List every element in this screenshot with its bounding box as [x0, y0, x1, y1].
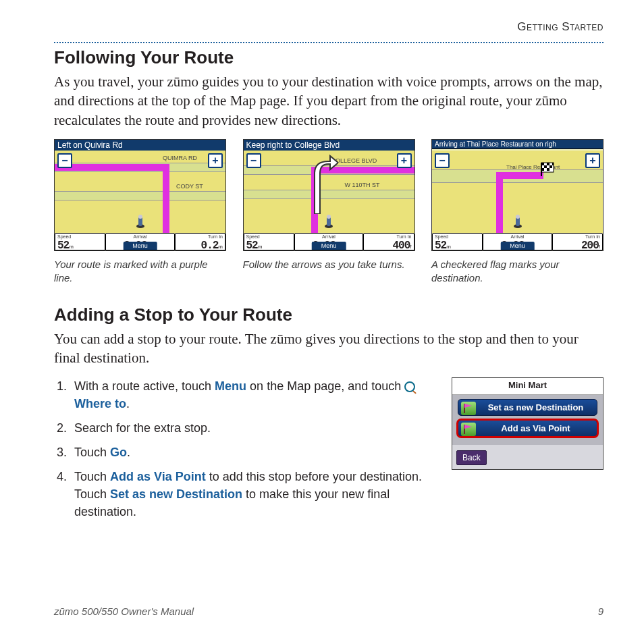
button-label: Set as new Destination [488, 402, 584, 412]
screenshot-col-2: Keep right to College Blvd COLLEGE BLVD … [243, 139, 415, 284]
step-4: Touch Add as Via Point to add this stop … [70, 468, 438, 520]
road-label: QUIMRA RD [163, 155, 197, 161]
svg-rect-8 [547, 163, 549, 165]
turn-readout[interactable]: Turn In 400f [363, 233, 414, 250]
manual-title: zūmo 500/550 Owner's Manual [54, 606, 194, 617]
step-text: on the Map page, and touch [246, 379, 404, 393]
step-3: Touch Go. [70, 444, 438, 461]
zoom-in-button[interactable]: + [208, 153, 223, 168]
caption-2: Follow the arrows as you take turns. [243, 258, 415, 271]
arrival-label: Arrival [485, 234, 549, 239]
section-header: Getting Started [54, 20, 603, 34]
vehicle-icon [134, 214, 146, 230]
turn-label: Turn In [555, 234, 600, 239]
checkered-flag-icon [540, 161, 555, 176]
step-text: . [127, 446, 130, 459]
flag-green-icon [461, 423, 476, 436]
body-paragraph-1: As you travel, your zūmo guides you to y… [54, 72, 603, 130]
turn-label: Turn In [178, 234, 223, 239]
zoom-in-button[interactable]: + [585, 153, 600, 168]
screenshot-col-1: Left on Quivira Rd QUIMRA RD CODY ST − +… [54, 139, 226, 284]
keyword-go: Go [110, 446, 127, 459]
svg-rect-9 [552, 163, 554, 165]
map-screenshot-3: Arriving at Thai Place Restaurant on rig… [431, 139, 603, 251]
keyword-via-point: Add as Via Point [110, 470, 206, 483]
speed-unit: m [446, 244, 451, 250]
button-label: Add as Via Point [501, 423, 570, 433]
menu-button[interactable]: Menu [123, 242, 157, 250]
svg-point-17 [516, 215, 520, 219]
turn-readout[interactable]: Turn In 200f [552, 233, 603, 250]
step-text: . [126, 397, 130, 410]
caption-3: A checkered flag marks your destination. [431, 258, 603, 284]
back-button[interactable]: Back [456, 450, 487, 465]
heading-adding-stop: Adding a Stop to Your Route [54, 304, 603, 325]
map-screenshot-2: Keep right to College Blvd COLLEGE BLVD … [243, 139, 415, 251]
vehicle-icon [512, 214, 524, 230]
speed-readout[interactable]: Speed 52m [55, 233, 105, 250]
turn-value: 400 [392, 240, 410, 251]
speed-readout[interactable]: Speed 52m [432, 233, 483, 250]
turn-value: 200 [581, 240, 599, 251]
add-via-point-button[interactable]: Add as Via Point [458, 420, 597, 437]
step-1: With a route active, touch Menu on the M… [70, 377, 438, 412]
step-2: Search for the extra stop. [70, 419, 438, 437]
popup-screenshot: Mini Mart Set as new Destination Add as … [452, 377, 603, 470]
map-screenshot-1: Left on Quivira Rd QUIMRA RD CODY ST − +… [54, 139, 226, 251]
turn-unit: m [218, 244, 223, 250]
step-text: Touch [74, 470, 110, 483]
svg-point-2 [138, 215, 142, 219]
road-label: COLLEGE BLVD [331, 157, 377, 164]
arrival-readout[interactable]: Arrival 2:03P M Menu [294, 233, 363, 250]
speed-value: 52 [246, 240, 258, 251]
speed-label: Speed [57, 234, 103, 239]
direction-banner: Keep right to College Blvd [244, 140, 414, 151]
set-destination-button[interactable]: Set as new Destination [458, 399, 597, 416]
steps-list: With a route active, touch Menu on the M… [70, 377, 438, 521]
step-text: With a route active, touch [74, 379, 215, 393]
flag-green-icon [461, 402, 476, 415]
arrival-label: Arrival [297, 234, 360, 239]
page-number: 9 [598, 606, 603, 617]
zoom-out-button[interactable]: − [435, 153, 450, 168]
turn-unit: f [599, 244, 600, 250]
keyword-where-to: Where to [74, 397, 126, 410]
turn-readout[interactable]: Turn In 0.2m [175, 233, 225, 250]
menu-button[interactable]: Menu [312, 242, 346, 250]
popup-title: Mini Mart [452, 378, 603, 395]
divider [54, 42, 603, 43]
speed-unit: m [69, 244, 74, 250]
direction-banner: Left on Quivira Rd [55, 140, 225, 151]
direction-banner: Arriving at Thai Place Restaurant on rig… [432, 140, 603, 149]
road-label: CODY ST [176, 183, 203, 190]
keyword-menu: Menu [215, 379, 246, 393]
speed-readout[interactable]: Speed 52m [244, 233, 294, 250]
body-paragraph-2: You can add a stop to your route. The zū… [54, 329, 603, 368]
svg-rect-10 [544, 165, 547, 168]
menu-button[interactable]: Menu [500, 242, 535, 250]
arrival-readout[interactable]: Arrival 2:03P M Menu [483, 233, 552, 250]
speed-unit: m [258, 244, 263, 250]
zoom-out-button[interactable]: − [57, 153, 72, 168]
zoom-out-button[interactable]: − [246, 153, 261, 168]
vehicle-icon [323, 214, 335, 230]
arrival-readout[interactable]: Arrival 2:03P M Menu [105, 233, 174, 250]
keyword-set-destination: Set as new Destination [110, 487, 242, 501]
arrival-label: Arrival [108, 234, 171, 239]
page-footer: zūmo 500/550 Owner's Manual 9 [54, 606, 603, 617]
road-label: W 110TH ST [345, 182, 380, 188]
heading-following-route: Following Your Route [54, 47, 603, 68]
screenshot-row: Left on Quivira Rd QUIMRA RD CODY ST − +… [54, 139, 603, 284]
turn-label: Turn In [366, 234, 411, 239]
zoom-in-button[interactable]: + [397, 153, 412, 168]
speed-label: Speed [246, 234, 292, 239]
speed-label: Speed [435, 234, 480, 239]
screenshot-col-3: Arriving at Thai Place Restaurant on rig… [431, 139, 603, 284]
magnifier-icon [404, 381, 415, 392]
svg-rect-11 [549, 165, 552, 168]
turn-unit: f [410, 244, 411, 250]
svg-rect-13 [547, 168, 549, 171]
speed-value: 52 [57, 240, 69, 251]
svg-point-5 [327, 215, 331, 219]
turn-value: 0.2 [201, 240, 219, 251]
